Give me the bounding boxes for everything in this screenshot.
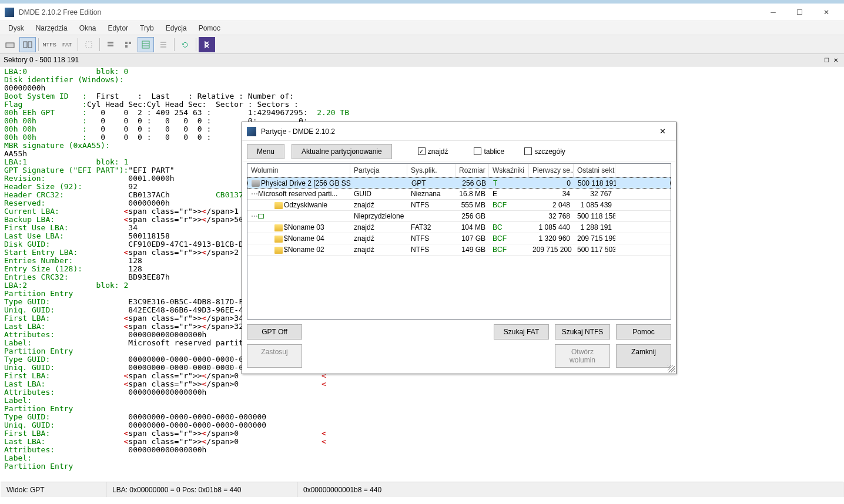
open-volume-button[interactable]: Otwórz wolumin	[555, 344, 610, 368]
col-partition[interactable]: Partycja	[350, 164, 407, 177]
cell-size: 16.8 MB	[456, 190, 489, 198]
menu-mode[interactable]: Tryb	[134, 22, 160, 34]
cell-filesystem: NTFS	[407, 201, 456, 209]
col-filesystem[interactable]: Sys.plik.	[407, 164, 456, 177]
tb-recover-icon[interactable]	[81, 37, 97, 52]
folder-icon	[274, 202, 283, 209]
cell-first-sector: 34	[529, 190, 574, 198]
apply-button[interactable]: Zastosuj	[247, 344, 302, 368]
col-volume[interactable]: Wolumin	[247, 164, 350, 177]
cell-first-sector: 2 048	[529, 201, 574, 209]
menu-windows[interactable]: Okna	[73, 22, 102, 34]
unalloc-icon	[258, 214, 264, 219]
svg-rect-6	[125, 42, 128, 44]
cell-first-sector: 0	[530, 179, 574, 187]
svg-rect-2	[28, 42, 32, 48]
sector-range: Sektory 0 - 500 118 191	[4, 56, 822, 64]
table-row[interactable]: $Noname 03znajdźFAT32104 MBBC1 085 4401 …	[247, 222, 671, 233]
cell-volume: Microsoft reserved parti...	[258, 190, 337, 198]
menu-bar: Dysk Narzędzia Okna Edytor Tryb Edycja P…	[0, 21, 844, 35]
cell-last-sector: 1 085 439	[574, 201, 615, 209]
cell-volume: Odzyskiwanie	[284, 201, 327, 209]
cell-partition: znajdź	[350, 223, 407, 231]
cell-size: 149 GB	[456, 246, 489, 254]
menu-editor[interactable]: Edytor	[102, 22, 134, 34]
table-row[interactable]: ⋯ Nieprzydzielone256 GB32 768500 118 158	[247, 211, 671, 222]
col-indicators[interactable]: Wskaźniki	[489, 164, 529, 177]
status-lba: LBA: 0x00000000 = 0 Pos: 0x01b8 = 440	[106, 482, 297, 497]
checkbox-details[interactable]: szczegóły	[524, 147, 565, 156]
menu-disk[interactable]: Dysk	[2, 22, 30, 34]
toolbar: NTFS FAT	[0, 35, 844, 54]
table-row[interactable]: Physical Drive 2 [256 GB SS...GPT256 GBT…	[247, 177, 671, 189]
cell-volume: $Noname 02	[284, 246, 324, 254]
minimize-button[interactable]: ─	[760, 4, 786, 21]
folder-icon	[274, 247, 283, 254]
cell-partition: GUID	[350, 190, 407, 198]
tb-ntfs-icon[interactable]: NTFS	[41, 37, 58, 52]
cell-first-sector: 209 715 200	[529, 246, 574, 254]
pathbar-maximize-icon[interactable]: ☐	[822, 55, 831, 65]
checkbox-tables[interactable]: tablice	[474, 147, 504, 156]
dialog-menu-button[interactable]: Menu	[247, 144, 284, 159]
resize-grip-icon[interactable]	[668, 365, 675, 372]
svg-rect-5	[108, 45, 113, 46]
cell-filesystem: GPT	[408, 179, 456, 187]
find-ntfs-button[interactable]: Szukaj NTFS	[555, 324, 610, 340]
folder-icon	[274, 224, 283, 231]
tb-refresh-icon[interactable]	[177, 37, 193, 52]
cell-last-sector: 500 118 158	[574, 212, 615, 220]
tb-view2-icon[interactable]	[120, 37, 136, 52]
window-title: DMDE 2.10.2 Free Edition	[19, 8, 760, 16]
cell-volume: $Noname 04	[284, 234, 324, 243]
tb-logo-icon[interactable]	[199, 37, 215, 52]
cell-indicators: BCF	[489, 201, 529, 209]
cell-volume: $Noname 03	[284, 223, 324, 231]
maximize-button[interactable]: ☐	[786, 4, 813, 21]
cell-first-sector: 1 320 960	[529, 234, 574, 243]
status-view: Widok: GPT	[1, 482, 106, 497]
svg-rect-9	[142, 41, 149, 48]
cell-volume: Physical Drive 2 [256 GB SS...	[261, 179, 351, 187]
close-button-dialog[interactable]: Zamknij	[616, 344, 671, 368]
dialog-app-icon	[247, 127, 256, 136]
cell-last-sector: 500 118 191	[574, 179, 616, 187]
cell-first-sector: 32 768	[529, 212, 574, 220]
cell-last-sector: 32 767	[574, 190, 615, 198]
svg-rect-1	[24, 42, 27, 48]
find-fat-button[interactable]: Szukaj FAT	[494, 324, 549, 340]
table-row[interactable]: ⋯ Microsoft reserved parti...GUIDNieznan…	[247, 189, 671, 200]
cell-partition: znajdź	[350, 246, 407, 254]
table-row[interactable]: $Noname 02znajdźNTFS149 GBBCF209 715 200…	[247, 244, 671, 256]
close-button[interactable]: ✕	[813, 4, 839, 21]
disk-icon	[252, 180, 260, 187]
tb-view1-icon[interactable]	[102, 37, 119, 52]
dialog-current-button[interactable]: Aktualne partycjonowanie	[292, 144, 392, 159]
checkbox-find[interactable]: ✓znajdź	[418, 147, 448, 156]
gpt-off-button[interactable]: GPT Off	[247, 324, 302, 340]
menu-help[interactable]: Pomoc	[193, 22, 226, 34]
col-size[interactable]: Rozmiar	[456, 164, 489, 177]
status-pos: 0x00000000001b8 = 440	[297, 482, 843, 497]
cell-size: 256 GB	[456, 179, 490, 187]
tb-view3-icon[interactable]	[138, 37, 154, 52]
col-first-sector[interactable]: Pierwszy se...	[529, 164, 574, 177]
help-button[interactable]: Pomoc	[616, 324, 671, 340]
tb-open-disk-icon[interactable]	[2, 37, 18, 52]
cell-partition: znajdź	[350, 234, 407, 243]
partitions-dialog: Partycje - DMDE 2.10.2 ✕ Menu Aktualne p…	[242, 122, 676, 374]
cell-size: 104 MB	[456, 223, 489, 231]
menu-edit[interactable]: Edycja	[160, 22, 193, 34]
cell-indicators: E	[489, 190, 529, 198]
table-row[interactable]: OdzyskiwanieznajdźNTFS555 MBBCF2 0481 08…	[247, 200, 671, 211]
menu-tools[interactable]: Narzędzia	[30, 22, 73, 34]
pathbar-close-icon[interactable]: ✕	[831, 55, 840, 65]
table-row[interactable]: $Noname 04znajdźNTFS107 GBBCF1 320 96020…	[247, 233, 671, 244]
col-last-sector[interactable]: Ostatni sekt...	[574, 164, 615, 177]
tb-partitions-icon[interactable]	[19, 37, 36, 52]
cell-indicators: BC	[489, 223, 529, 231]
table-header: Wolumin Partycja Sys.plik. Rozmiar Wskaź…	[247, 164, 671, 177]
tb-view4-icon[interactable]	[155, 37, 172, 52]
dialog-close-icon[interactable]: ✕	[654, 125, 671, 138]
tb-fat-icon[interactable]: FAT	[59, 37, 75, 52]
